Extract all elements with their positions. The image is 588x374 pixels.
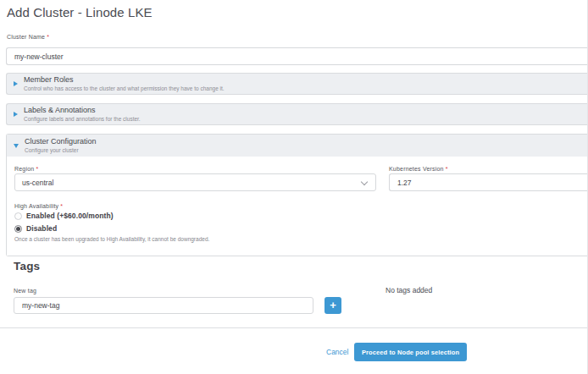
required-asterisk: * — [47, 34, 49, 40]
accordion-title: Labels & Annotations — [24, 106, 141, 115]
tags-heading: Tags — [14, 260, 40, 272]
required-asterisk: * — [36, 166, 38, 172]
add-tag-button[interactable]: + — [325, 297, 341, 314]
kubernetes-version-label: Kubernetes Version* — [389, 166, 448, 172]
chevron-down-icon — [361, 179, 368, 185]
accordion-description: Configure labels and annotations for the… — [24, 116, 141, 123]
footer-divider — [0, 327, 588, 328]
accordion-description: Control who has access to the cluster an… — [24, 85, 225, 92]
region-select[interactable]: us-central — [14, 173, 376, 191]
accordion-title: Cluster Configuration — [25, 137, 97, 146]
cancel-button[interactable]: Cancel — [326, 348, 348, 356]
cluster-name-label: Cluster Name* — [7, 34, 49, 40]
no-tags-text: No tags added — [386, 286, 432, 294]
region-label: Region* — [14, 166, 38, 172]
chevron-right-icon — [14, 81, 18, 86]
ha-enabled-radio[interactable]: Enabled (+$60.00/month) — [14, 212, 114, 220]
chevron-right-icon — [14, 112, 18, 117]
required-asterisk: * — [60, 203, 63, 209]
ha-disabled-radio[interactable]: Disabled — [14, 224, 57, 233]
new-tag-label: New tag — [14, 288, 36, 294]
high-availability-label: High Availability* — [14, 203, 63, 209]
page-title: Add Cluster - Linode LKE — [7, 5, 153, 19]
accordion-cluster-configuration: Cluster Configuration Configure your clu… — [6, 134, 588, 256]
radio-checked-icon[interactable] — [14, 225, 22, 233]
radio-unchecked-icon[interactable] — [14, 212, 22, 220]
region-select-value: us-central — [22, 179, 53, 187]
cluster-name-input[interactable] — [6, 47, 588, 65]
plus-icon: + — [330, 299, 336, 311]
accordion-labels-annotations-header[interactable]: Labels & Annotations Configure labels an… — [7, 104, 588, 124]
ha-enabled-label: Enabled (+$60.00/month) — [26, 212, 114, 220]
accordion-title: Member Roles — [24, 75, 225, 85]
accordion-cluster-configuration-header[interactable]: Cluster Configuration Configure your clu… — [7, 135, 588, 157]
proceed-button[interactable]: Proceed to Node pool selection — [354, 343, 467, 361]
accordion-description: Configure your cluster — [25, 147, 97, 154]
add-cluster-page: Add Cluster - Linode LKE Cluster Name* M… — [0, 0, 588, 374]
ha-note: Once a cluster has been upgraded to High… — [14, 236, 209, 242]
kubernetes-version-input[interactable] — [389, 173, 588, 191]
ha-disabled-label: Disabled — [26, 224, 57, 233]
accordion-member-roles-header[interactable]: Member Roles Control who has access to t… — [7, 74, 588, 94]
accordion-labels-annotations[interactable]: Labels & Annotations Configure labels an… — [6, 103, 588, 125]
cluster-configuration-body: Region* us-central Kubernetes Version* H… — [7, 157, 588, 256]
new-tag-input[interactable] — [14, 297, 313, 314]
chevron-down-icon — [14, 144, 19, 148]
required-asterisk: * — [446, 166, 448, 172]
accordion-member-roles[interactable]: Member Roles Control who has access to t… — [6, 73, 588, 95]
